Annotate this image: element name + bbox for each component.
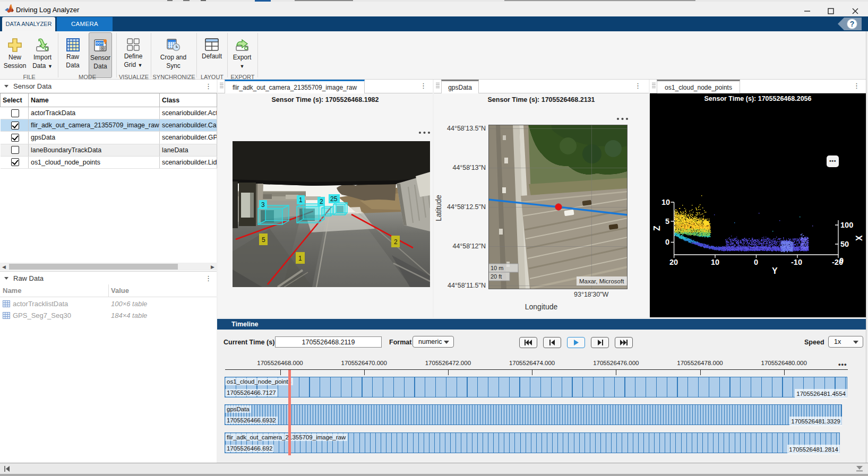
svg-text:2: 2 xyxy=(320,198,323,205)
svg-text:-10: -10 xyxy=(791,258,802,266)
svg-text:10 m: 10 m xyxy=(491,265,503,271)
svg-text:1: 1 xyxy=(299,196,303,204)
svg-text:5: 5 xyxy=(262,236,265,244)
svg-text:25: 25 xyxy=(330,195,338,203)
svg-text:0: 0 xyxy=(665,238,669,246)
svg-text:2: 2 xyxy=(394,238,398,246)
svg-text:3: 3 xyxy=(261,201,265,209)
svg-text:Maxar, Microsoft: Maxar, Microsoft xyxy=(579,278,624,284)
svg-text:20: 20 xyxy=(669,258,678,266)
svg-text:10: 10 xyxy=(711,258,719,266)
svg-text:50: 50 xyxy=(840,240,849,248)
svg-text:0: 0 xyxy=(754,258,758,266)
svg-text:X: X xyxy=(855,235,864,241)
svg-text:10: 10 xyxy=(661,198,670,206)
svg-text:Z: Z xyxy=(652,226,661,231)
svg-text:0: 0 xyxy=(839,256,844,265)
svg-text:5: 5 xyxy=(665,217,669,226)
svg-text:100: 100 xyxy=(840,221,853,229)
svg-text:1: 1 xyxy=(298,255,302,262)
svg-text:Y: Y xyxy=(772,266,778,275)
svg-text:20 ft: 20 ft xyxy=(491,273,502,280)
